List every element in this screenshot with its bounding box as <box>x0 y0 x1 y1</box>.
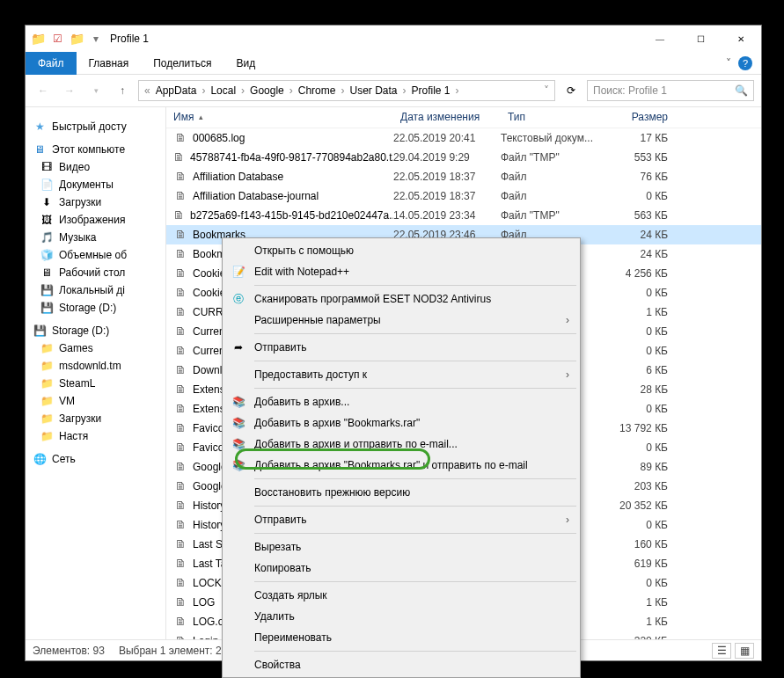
view-thumbnails-button[interactable]: ▦ <box>735 643 754 659</box>
search-input[interactable]: Поиск: Profile 1 🔍 <box>587 80 754 101</box>
winrar-icon: 📚 <box>230 414 247 432</box>
ctx-rename[interactable]: Переименовать <box>224 627 578 648</box>
sidebar-group[interactable]: 🖥Этот компьюте <box>26 141 165 158</box>
col-type[interactable]: Тип <box>501 111 604 123</box>
file-icon: 🗎 <box>173 557 187 571</box>
file-row[interactable]: 🗎45788741-fb4a-49f0-9817-770894ab2a80.t.… <box>166 148 761 167</box>
col-name[interactable]: Имя <box>173 111 194 123</box>
file-size: 160 КБ <box>604 538 684 550</box>
close-button[interactable]: ✕ <box>721 26 761 52</box>
sidebar-label: Объемные об <box>59 249 127 261</box>
file-size: 563 КБ <box>604 209 684 222</box>
column-headers[interactable]: Имя▴ Дата изменения Тип Размер <box>166 107 761 128</box>
breadcrumb-seg[interactable]: Chrome <box>295 84 340 97</box>
ctx-send-2[interactable]: Отправить› <box>224 509 578 530</box>
sidebar-item[interactable]: 🖼Изображения <box>26 211 165 229</box>
refresh-button[interactable]: ⟳ <box>561 80 582 101</box>
ctx-rar-email[interactable]: 📚Добавить в архив и отправить по e-mail.… <box>224 434 578 455</box>
chevron-left-icon[interactable]: « <box>143 84 152 97</box>
ctx-edit-notepadpp[interactable]: 📝Edit with Notepad++ <box>224 261 578 282</box>
nav-back-button[interactable]: ← <box>33 80 54 101</box>
tab-share[interactable]: Поделиться <box>141 52 223 75</box>
tab-view[interactable]: Вид <box>223 52 267 75</box>
file-row[interactable]: 🗎Affiliation Database-journal22.05.2019 … <box>166 186 761 206</box>
sidebar-item[interactable]: 📁Games <box>26 339 165 357</box>
ctx-eset-scan[interactable]: ⓔСканировать программой ESET NOD32 Antiv… <box>224 288 578 310</box>
sidebar-item[interactable]: 🧊Объемные об <box>26 246 165 264</box>
file-size: 13 792 КБ <box>604 422 684 434</box>
ctx-rar-add-named[interactable]: 📚Добавить в архив "Bookmarks.rar" <box>224 412 578 434</box>
sidebar-item[interactable]: 🖥Рабочий стол <box>26 264 165 281</box>
qat-newfolder-icon[interactable]: 📁 <box>70 32 84 46</box>
file-size: 0 КБ <box>604 345 684 357</box>
ctx-delete[interactable]: Удалить <box>224 606 578 627</box>
sidebar-item[interactable]: 📁Настя <box>26 427 165 445</box>
sidebar-item-icon: 🧊 <box>40 248 54 262</box>
sidebar-item[interactable]: 📁SteamL <box>26 375 165 392</box>
ctx-eset-advanced[interactable]: Расширенные параметры› <box>224 310 578 331</box>
sidebar-item[interactable]: ⬇Загрузки <box>26 193 165 211</box>
file-size: 28 КБ <box>604 383 684 396</box>
sidebar-item[interactable]: 📁Загрузки <box>26 410 165 427</box>
file-icon: 🗎 <box>173 324 187 339</box>
maximize-button[interactable]: ☐ <box>680 26 721 52</box>
sidebar-item[interactable]: 📁VM <box>26 392 165 410</box>
file-name: 000685.log <box>193 132 245 144</box>
breadcrumb-seg[interactable]: Google <box>246 84 288 97</box>
view-details-button[interactable]: ☰ <box>712 643 731 659</box>
sidebar-item[interactable]: 📁msdownld.tm <box>26 357 165 375</box>
ctx-cut[interactable]: Вырезать <box>224 536 578 558</box>
ctx-rar-named-email[interactable]: 📚Добавить в архив "Bookmarks.rar" и отпр… <box>224 455 578 476</box>
file-row[interactable]: 🗎b2725a69-f143-415b-9145-bd210e02447a...… <box>166 206 761 225</box>
pc-icon: 🖥 <box>33 142 47 157</box>
file-size: 4 256 КБ <box>604 267 684 280</box>
sidebar-item[interactable]: 📄Документы <box>26 176 165 193</box>
breadcrumb-seg[interactable]: Local <box>207 84 239 97</box>
sidebar-group[interactable]: 💾Storage (D:) <box>26 322 165 339</box>
breadcrumb-seg[interactable]: AppData <box>152 84 201 97</box>
sidebar-item-icon: 📁 <box>40 394 54 408</box>
ctx-create-shortcut[interactable]: Создать ярлык <box>224 585 578 606</box>
sidebar-item-icon: 💾 <box>40 301 54 315</box>
sidebar-item[interactable]: 🎞Видео <box>26 158 165 176</box>
ctx-open-with[interactable]: Открыть с помощью <box>224 240 578 261</box>
breadcrumb-seg[interactable]: User Data <box>346 84 400 97</box>
tab-home[interactable]: Главная <box>77 52 142 75</box>
breadcrumb-dropdown-icon[interactable]: ˅ <box>542 84 551 97</box>
col-size[interactable]: Размер <box>604 111 684 123</box>
sidebar-item[interactable]: 💾Storage (D:) <box>26 299 165 317</box>
sidebar-group[interactable]: 🌐Сеть <box>26 450 165 468</box>
file-size: 24 КБ <box>604 248 684 260</box>
file-date: 22.05.2019 18:37 <box>393 190 501 202</box>
sidebar-item[interactable]: 🎵Музыка <box>26 229 165 246</box>
col-date[interactable]: Дата изменения <box>393 111 501 123</box>
breadcrumb[interactable]: « AppData› Local› Google› Chrome› User D… <box>138 80 555 101</box>
nav-forward-button[interactable]: → <box>59 80 80 101</box>
ctx-rar-add[interactable]: 📚Добавить в архив... <box>224 391 578 412</box>
file-row[interactable]: 🗎Affiliation Database22.05.2019 18:37Фай… <box>166 167 761 186</box>
file-icon: 🗎 <box>173 537 187 551</box>
ctx-copy[interactable]: Копировать <box>224 558 578 579</box>
sidebar-label: Локальный ді <box>59 284 125 296</box>
sidebar-item[interactable]: 💾Локальный ді <box>26 281 165 299</box>
nav-recent-button[interactable]: ▾ <box>85 80 106 101</box>
file-size: 1 КБ <box>604 616 684 628</box>
ctx-restore-previous[interactable]: Восстановить прежнюю версию <box>224 482 578 503</box>
ribbon-expand-icon[interactable]: ˅ <box>726 57 731 69</box>
nav-up-button[interactable]: ↑ <box>112 80 133 101</box>
minimize-button[interactable]: — <box>640 26 680 52</box>
ctx-send-1[interactable]: ➦Отправить <box>224 337 578 358</box>
file-size: 0 КБ <box>604 577 684 589</box>
qat-dropdown-icon[interactable]: ▾ <box>89 32 103 46</box>
file-size: 1 КБ <box>604 306 684 318</box>
tab-file[interactable]: Файл <box>26 52 77 75</box>
file-size: 553 КБ <box>604 151 684 164</box>
ctx-share-access[interactable]: Предоставить доступ к› <box>224 364 578 385</box>
qat-properties-icon[interactable]: ☑ <box>50 32 64 46</box>
ctx-properties[interactable]: Свойства <box>224 654 578 675</box>
file-row[interactable]: 🗎000685.log22.05.2019 20:41Текстовый док… <box>166 128 761 148</box>
sidebar-group[interactable]: ★Быстрый досту <box>26 118 165 135</box>
help-icon[interactable]: ? <box>738 56 752 70</box>
breadcrumb-seg[interactable]: Profile 1 <box>408 84 454 97</box>
sidebar-label: Загрузки <box>59 196 101 208</box>
